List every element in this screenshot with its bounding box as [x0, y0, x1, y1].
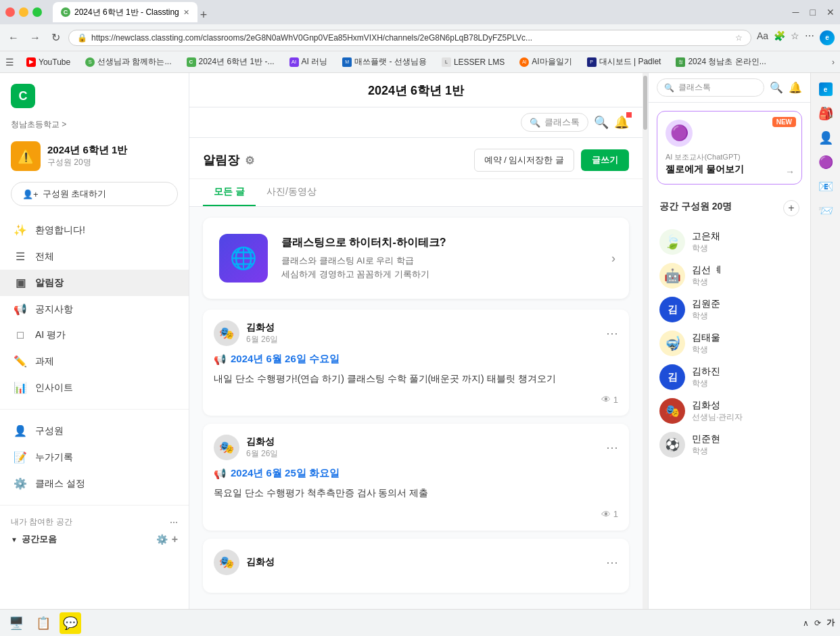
- close-button[interactable]: [5, 7, 15, 17]
- url-box[interactable]: 🔒 https://newclass.classting.com/classro…: [68, 30, 751, 46]
- browser-panel-edge-icon[interactable]: e: [815, 78, 837, 100]
- close-window-icon[interactable]: ✕: [826, 7, 835, 18]
- bottom-divider: [0, 505, 189, 506]
- bookmark-teacher[interactable]: S 선생님과 함께하는...: [80, 54, 177, 70]
- ai-card[interactable]: NEW 🟣 AI 보조교사(ChatGPT) 젤로에게 물어보기 →: [657, 111, 802, 185]
- bookmark-math-label: 매쓰플랫 - 선생님용: [354, 56, 427, 68]
- browser-panel-bag-icon[interactable]: 🎒: [815, 103, 837, 124]
- scroll-track[interactable]: [643, 73, 648, 636]
- taskbar-caret-icon[interactable]: ∧: [803, 618, 809, 628]
- browser-panel-person-icon[interactable]: 👤: [815, 127, 837, 149]
- member-item-minjunhyun: ⚽ 민준현 학생: [659, 432, 799, 458]
- add-member-button[interactable]: +: [783, 200, 799, 216]
- read-mode-icon[interactable]: Aa: [757, 30, 768, 45]
- ai-card-arrow-icon[interactable]: →: [785, 166, 795, 177]
- space-group[interactable]: ▼ 공간모음 ⚙️ +: [0, 531, 189, 551]
- breadcrumb[interactable]: 청남초등학교 >: [0, 119, 189, 136]
- bookmark-ai2[interactable]: AI AI마을일기: [514, 54, 577, 70]
- search-action-icon[interactable]: 🔍: [770, 81, 783, 94]
- nav-item-notice[interactable]: 📢 공지사항: [0, 296, 189, 322]
- bookmark-classting[interactable]: C 2024년 6학년 1반 -...: [181, 54, 280, 70]
- bookmark-padlet[interactable]: P 대시보드 | Padlet: [582, 54, 667, 70]
- nav-item-members[interactable]: 👤 구성원: [0, 418, 189, 444]
- view-count-1: 1: [613, 395, 618, 405]
- promo-arrow-icon[interactable]: ›: [611, 251, 615, 266]
- browser-panel-circle-icon[interactable]: 🟣: [815, 151, 837, 173]
- nav-item-settings[interactable]: ⚙️ 클래스 설정: [0, 470, 189, 497]
- search-members-box[interactable]: 🔍 클래스톡: [657, 78, 764, 97]
- bookmark-youtube[interactable]: ▶ YouTube: [21, 55, 76, 69]
- post-title-text-1: 2024년 6월 26일 수요일: [231, 353, 340, 366]
- bookmarks-more-icon[interactable]: ›: [832, 57, 835, 67]
- global-search-icon[interactable]: 🔍: [594, 115, 609, 130]
- promo-text: 클래스팅으로 하이터치-하이테크? 클래스와 클래스팅 AI로 우리 학급 세심…: [281, 236, 446, 280]
- bookmark-school[interactable]: 청 2024 청남초 온라인...: [670, 54, 771, 70]
- spaces-actions[interactable]: ⋯: [170, 518, 178, 527]
- breadcrumb-text[interactable]: 청남초등학교 >: [11, 120, 66, 129]
- bookmark-lesser[interactable]: L LESSER LMS: [436, 55, 510, 69]
- notification-action-icon[interactable]: 🔔: [789, 81, 802, 94]
- promo-card[interactable]: 🌐 클래스팅으로 하이터치-하이테크? 클래스와 클래스팅 AI로 우리 학급 …: [203, 218, 629, 299]
- space-settings-icon[interactable]: ⚙️: [156, 534, 168, 545]
- post-title-text-2: 2024년 6월 25일 화요일: [231, 467, 340, 480]
- draft-button[interactable]: 예약 / 임시저장한 글: [474, 149, 574, 172]
- post-more-icon-3[interactable]: ⋯: [606, 555, 618, 570]
- nav-item-all[interactable]: ☰ 전체: [0, 243, 189, 270]
- tab-all-posts[interactable]: 모든 글: [203, 179, 256, 206]
- all-icon: ☰: [14, 250, 27, 263]
- forward-button[interactable]: →: [27, 29, 43, 47]
- taskbar-refresh-icon[interactable]: ⟳: [814, 618, 821, 628]
- extensions-icon[interactable]: 🧩: [774, 30, 785, 45]
- star-icon[interactable]: ☆: [735, 33, 743, 43]
- favorites-icon[interactable]: ☆: [791, 30, 799, 45]
- refresh-button[interactable]: ↻: [49, 28, 63, 47]
- minimize-icon[interactable]: ─: [793, 7, 799, 18]
- browser-right-panel: e 🎒 👤 🟣 📧 📨 +: [810, 73, 840, 636]
- browser-panel-outlook-icon[interactable]: 📧: [815, 176, 837, 197]
- write-button[interactable]: 글쓰기: [581, 149, 629, 171]
- ai-card-label: AI 보조교사(ChatGPT): [666, 152, 793, 162]
- search-class-input[interactable]: 🔍 클래스톡: [521, 113, 588, 132]
- notice-board-title: 알림장 ⚙: [203, 152, 254, 168]
- more-spaces-icon[interactable]: ⋯: [170, 518, 178, 527]
- tab-media[interactable]: 사진/동영상: [256, 179, 327, 206]
- search-placeholder: 클래스톡: [544, 116, 580, 128]
- my-spaces-header: 내가 참여한 공간 ⋯: [0, 511, 189, 531]
- member-name-kimhajin: 김하진: [692, 366, 720, 378]
- active-tab[interactable]: C 2024년 6학년 1반 - Classting ✕: [53, 2, 197, 22]
- nav-item-noticeboard[interactable]: ▣ 알림장: [0, 270, 189, 296]
- browser-panel-arrow-icon[interactable]: 📨: [815, 200, 837, 222]
- new-tab-button[interactable]: +: [200, 8, 208, 22]
- notification-icon[interactable]: 🔔: [614, 115, 629, 130]
- post-footer-2: 👁 1: [214, 509, 618, 520]
- space-add-icon[interactable]: +: [172, 533, 178, 545]
- nav-item-ai-eval[interactable]: □ AI 평가: [0, 322, 189, 348]
- notice-board-settings-icon[interactable]: ⚙: [245, 154, 254, 167]
- invite-members-button[interactable]: 👤+ 구성원 초대하기: [11, 182, 178, 206]
- promo-title: 클래스팅으로 하이터치-하이테크?: [281, 236, 446, 250]
- right-sidebar-top: 🔍 클래스톡 🔍 🔔: [649, 73, 810, 103]
- taskbar-korean-icon[interactable]: 가: [826, 617, 835, 629]
- tab-bar: C 2024년 6학년 1반 - Classting ✕ +: [53, 2, 782, 22]
- post-more-icon-2[interactable]: ⋯: [606, 440, 618, 455]
- class-avatar: ⚠️: [11, 141, 41, 171]
- nav-item-records[interactable]: 📝 누가기록: [0, 444, 189, 470]
- nav-item-assignment[interactable]: ✏️ 과제: [0, 348, 189, 374]
- taskbar-icon-1[interactable]: 🖥️: [5, 612, 27, 634]
- minimize-button[interactable]: [19, 7, 28, 17]
- settings-menu-icon[interactable]: ⋯: [805, 30, 814, 45]
- nav-item-welcome[interactable]: ✨ 환영합니다!: [0, 217, 189, 243]
- bookmarks-menu-icon[interactable]: ☰: [5, 57, 14, 68]
- bookmark-math[interactable]: M 매쓰플랫 - 선생님용: [337, 54, 432, 70]
- bookmark-ai[interactable]: AI AI 러닝: [284, 54, 333, 70]
- back-button[interactable]: ←: [5, 29, 22, 47]
- post-more-icon-1[interactable]: ⋯: [606, 326, 618, 341]
- taskbar-icon-2[interactable]: 📋: [32, 612, 54, 634]
- scroll-thumb[interactable]: [643, 76, 647, 130]
- restore-icon[interactable]: □: [810, 7, 816, 18]
- maximize-button[interactable]: [32, 7, 42, 17]
- taskbar-icon-3[interactable]: 💬: [60, 612, 81, 634]
- tab-close-icon[interactable]: ✕: [183, 8, 189, 17]
- nav-item-insight[interactable]: 📊 인사이트: [0, 374, 189, 401]
- nav-assignment-label: 과제: [35, 356, 54, 368]
